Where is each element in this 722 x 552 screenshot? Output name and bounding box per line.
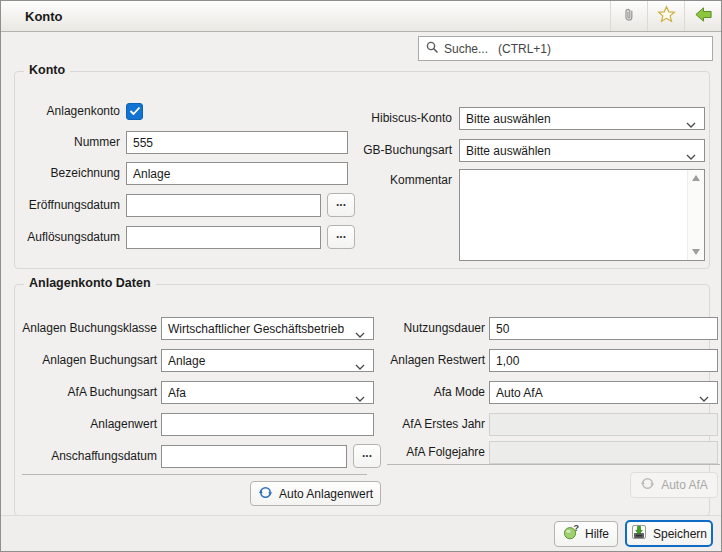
eroeffnungsdatum-browse-button[interactable]: ... [327, 193, 355, 217]
left-separator [22, 474, 367, 475]
afa-buchungsart-select[interactable]: Afa [161, 381, 374, 404]
search-icon [425, 40, 439, 57]
afa-mode-value: Auto AfA [496, 386, 543, 400]
scroll-down-icon[interactable] [692, 249, 700, 255]
page-title: Konto [25, 9, 63, 24]
save-icon [631, 524, 647, 543]
chevron-down-icon [686, 149, 696, 163]
aufloesungsdatum-browse-button[interactable]: ... [327, 225, 355, 249]
button-bar: ? Hilfe Speichern [1, 515, 721, 551]
aufloesungsdatum-input[interactable] [126, 226, 321, 249]
anlagenkonto-daten-legend: Anlagenkonto Daten [24, 276, 156, 290]
anlagen-buchungsklasse-select[interactable]: Wirtschaftlicher Geschäftsbetrieb [161, 317, 374, 340]
hibiscus-konto-label: Hibiscus-Konto [315, 107, 452, 130]
kommentar-textarea[interactable] [460, 170, 687, 260]
anlagen-buchungsart-select[interactable]: Anlage [161, 349, 374, 372]
titlebar-actions [610, 1, 721, 31]
speichern-button[interactable]: Speichern [625, 520, 713, 547]
eroeffnungsdatum-label: Eröffnungsdatum [15, 194, 120, 217]
konto-group-legend: Konto [24, 63, 70, 77]
back-button[interactable] [684, 1, 721, 31]
back-arrow-icon [694, 5, 713, 27]
anlagenwert-input[interactable] [161, 413, 374, 436]
right-separator [387, 464, 720, 465]
kommentar-scrollbar[interactable] [687, 170, 704, 260]
eroeffnungsdatum-input[interactable] [126, 194, 321, 217]
anlagen-buchungsklasse-value: Wirtschaftlicher Geschäftsbetrieb [168, 322, 344, 336]
nutzungsdauer-label: Nutzungsdauer [345, 317, 485, 340]
refresh-icon [258, 485, 273, 503]
bezeichnung-label: Bezeichnung [15, 162, 120, 185]
afa-erstes-jahr-label: AfA Erstes Jahr [345, 413, 485, 436]
title-bar: Konto [1, 1, 721, 32]
scroll-up-icon[interactable] [692, 175, 700, 181]
afa-buchungsart-value: Afa [168, 386, 186, 400]
hilfe-button[interactable]: ? Hilfe [554, 521, 618, 547]
anlagenkonto-daten-group: Anlagenkonto Daten Anlagen Buchungsklass… [14, 284, 710, 516]
star-icon [657, 5, 676, 27]
gb-buchungsart-select[interactable]: Bitte auswählen [459, 139, 705, 162]
anlagen-buchungsart-value: Anlage [168, 354, 205, 368]
konto-window: Konto [0, 0, 722, 552]
anschaffungsdatum-input[interactable] [161, 445, 347, 468]
search-input[interactable] [444, 42, 706, 56]
chevron-down-icon [686, 117, 696, 131]
gb-buchungsart-value: Bitte auswählen [466, 144, 551, 158]
anlagenwert-label: Anlagenwert [20, 413, 157, 436]
chevron-down-icon [699, 391, 709, 405]
hibiscus-konto-value: Bitte auswählen [466, 112, 551, 126]
afa-mode-select[interactable]: Auto AfA [489, 381, 718, 404]
auto-anlagenwert-button[interactable]: Auto Anlagenwert [250, 481, 381, 506]
anlagen-buchungsklasse-label: Anlagen Buchungsklasse [20, 317, 157, 340]
nutzungsdauer-input[interactable] [489, 317, 718, 340]
svg-text:?: ? [574, 524, 579, 533]
search-box[interactable] [418, 36, 713, 61]
anlagen-buchungsart-label: Anlagen Buchungsart [20, 349, 157, 372]
konto-group: Konto Anlagenkonto Nummer Bezeichnung Er… [14, 71, 710, 269]
afa-folgejahre-label: AfA Folgejahre [345, 441, 485, 464]
kommentar-field [459, 169, 705, 261]
anlagenkonto-label: Anlagenkonto [15, 100, 120, 123]
kommentar-label: Kommentar [315, 169, 452, 192]
afa-folgejahre-input [489, 441, 718, 464]
help-icon: ? [563, 524, 579, 543]
favorite-button[interactable] [647, 1, 684, 31]
aufloesungsdatum-label: Auflösungsdatum [15, 226, 120, 249]
auto-afa-button: Auto AfA [630, 472, 718, 498]
afa-mode-label: Afa Mode [345, 381, 485, 404]
anlagen-restwert-label: Anlagen Restwert [345, 349, 485, 372]
anlagen-restwert-input[interactable] [489, 349, 718, 372]
search-row [1, 33, 721, 64]
gb-buchungsart-label: GB-Buchungsart [315, 139, 452, 162]
afa-erstes-jahr-input [489, 413, 718, 436]
refresh-icon [640, 476, 655, 494]
checkmark-icon [129, 105, 141, 119]
hibiscus-konto-select[interactable]: Bitte auswählen [459, 107, 705, 130]
attachment-button[interactable] [610, 1, 647, 31]
anlagenkonto-checkbox[interactable] [126, 103, 143, 120]
nummer-label: Nummer [15, 131, 120, 154]
anschaffungsdatum-label: Anschaffungsdatum [20, 445, 157, 468]
afa-buchungsart-label: AfA Buchungsart [20, 381, 157, 404]
paperclip-icon [621, 7, 637, 26]
